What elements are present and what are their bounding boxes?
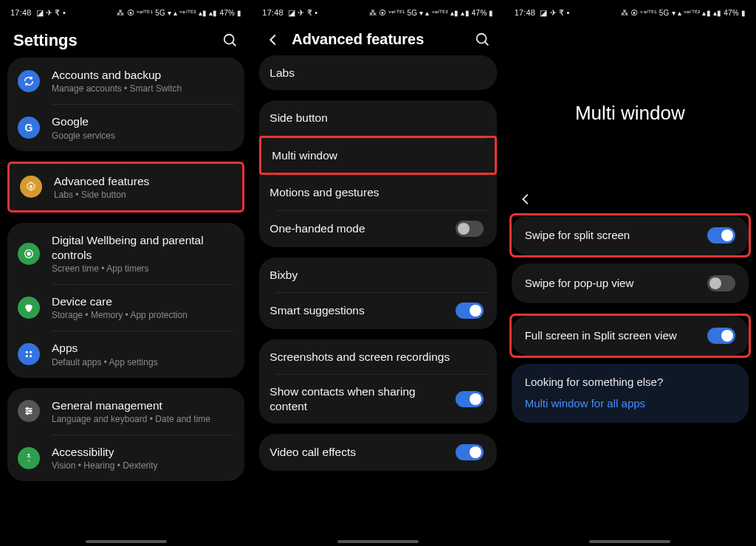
status-time: 17:48: [262, 8, 284, 17]
item-motions-gestures[interactable]: Motions and gestures: [259, 175, 496, 210]
item-accounts-backup[interactable]: Accounts and backup Manage accounts • Sm…: [7, 58, 244, 104]
page-title: Settings: [13, 31, 222, 50]
item-title: Side button: [269, 111, 483, 125]
search-icon[interactable]: [222, 32, 238, 49]
apps-grid-icon: [18, 343, 40, 365]
item-title: Multi window: [272, 148, 481, 162]
item-title: Screenshots and screen recordings: [269, 350, 483, 364]
item-title: Video call effects: [269, 445, 455, 459]
item-accessibility[interactable]: Accessibility Vision • Hearing • Dexteri…: [7, 435, 244, 481]
item-sub: Labs • Side button: [54, 190, 229, 200]
home-indicator[interactable]: [337, 540, 419, 543]
gear-icon: [20, 176, 42, 198]
highlight-full-screen-split: Full screen in Split screen view: [509, 314, 751, 358]
item-multi-window[interactable]: Multi window: [259, 136, 496, 175]
item-title: One-handed mode: [269, 221, 455, 235]
status-left-icons: ◪ ✈ ₹ •: [288, 8, 317, 18]
status-left-icons: ◪ ✈ ₹ •: [36, 8, 66, 18]
item-bixby[interactable]: Bixby: [259, 258, 496, 292]
info-title: Looking for something else?: [525, 376, 735, 388]
item-sub: Screen time • App timers: [52, 263, 231, 274]
item-sub: Google services: [52, 131, 231, 141]
item-one-handed-mode[interactable]: One-handed mode: [259, 210, 496, 247]
search-icon[interactable]: [475, 32, 491, 48]
item-video-call-effects[interactable]: Video call effects: [259, 434, 496, 471]
page-title: Advanced features: [292, 31, 474, 48]
item-sub: Storage • Memory • App protection: [52, 310, 231, 320]
svg-point-8: [30, 355, 32, 357]
item-title: Swipe for pop-up view: [525, 277, 707, 291]
item-sub: Default apps • App settings: [52, 357, 231, 367]
page-title: Multi window: [504, 21, 756, 191]
item-title: Swipe for split screen: [525, 229, 707, 243]
item-title: Labs: [269, 66, 483, 80]
link-multi-window-all-apps[interactable]: Multi window for all apps: [525, 397, 735, 410]
item-title: Device care: [52, 294, 231, 308]
status-right-cluster: ⁂ ⦿ ᵛᵒᴵᵀᴱ¹ 5G ▾ ▴ ᵛᵒᴵᵀᴱ² ▴▮ ▴▮ 47% ▮: [369, 9, 494, 17]
item-sub: Language and keyboard • Date and time: [52, 414, 231, 424]
svg-line-1: [233, 43, 236, 46]
toggle-swipe-popup[interactable]: [707, 275, 735, 291]
svg-line-17: [484, 41, 488, 45]
svg-point-4: [27, 252, 30, 255]
svg-point-6: [30, 351, 32, 353]
status-bar: 17:48 ◪ ✈ ₹ • ⁂ ⦿ ᵛᵒᴵᵀᴱ¹ 5G ▾ ▴ ᵛᵒᴵᵀᴱ² ▴…: [0, 0, 252, 21]
wellbeing-icon: [18, 243, 40, 265]
item-device-care[interactable]: Device care Storage • Memory • App prote…: [7, 284, 244, 331]
item-title: Apps: [52, 341, 231, 355]
item-title: Google: [52, 114, 231, 128]
item-general-management[interactable]: General management Language and keyboard…: [7, 388, 244, 435]
item-swipe-popup-view[interactable]: Swipe for pop-up view: [512, 263, 749, 303]
item-title: General management: [52, 398, 231, 412]
svg-point-2: [30, 185, 32, 188]
item-title: Advanced features: [54, 174, 229, 188]
item-google[interactable]: G Google Google services: [7, 104, 244, 151]
item-smart-suggestions[interactable]: Smart suggestions: [259, 292, 496, 329]
home-indicator[interactable]: [589, 540, 670, 543]
toggle-show-contacts[interactable]: [456, 391, 484, 407]
advanced-features-screen: 17:48 ◪ ✈ ₹ • ⁂ ⦿ ᵛᵒᴵᵀᴱ¹ 5G ▾ ▴ ᵛᵒᴵᵀᴱ² ▴…: [252, 0, 504, 546]
toggle-video-call[interactable]: [456, 444, 484, 460]
item-screenshots-recordings[interactable]: Screenshots and screen recordings: [259, 339, 496, 374]
item-full-screen-split-view[interactable]: Full screen in Split screen view: [512, 316, 749, 356]
item-show-contacts-sharing[interactable]: Show contacts when sharing content: [259, 374, 496, 424]
item-title: Digital Wellbeing and parental controls: [52, 233, 231, 262]
item-sub: Manage accounts • Smart Switch: [52, 83, 231, 94]
back-icon[interactable]: [265, 32, 281, 48]
svg-point-15: [28, 454, 30, 456]
svg-point-16: [476, 33, 486, 43]
item-title: Accessibility: [52, 445, 231, 459]
toggle-smart-suggestions[interactable]: [456, 303, 484, 319]
item-title: Full screen in Split screen view: [525, 329, 707, 343]
toggle-one-handed[interactable]: [456, 221, 484, 237]
status-right-cluster: ⁂ ⦿ ᵛᵒᴵᵀᴱ¹ 5G ▾ ▴ ᵛᵒᴵᵀᴱ² ▴▮ ▴▮ 47% ▮: [621, 9, 746, 17]
settings-screen: 17:48 ◪ ✈ ₹ • ⁂ ⦿ ᵛᵒᴵᵀᴱ¹ 5G ▾ ▴ ᵛᵒᴵᵀᴱ² ▴…: [0, 0, 252, 546]
status-right-cluster: ⁂ ⦿ ᵛᵒᴵᵀᴱ¹ 5G ▾ ▴ ᵛᵒᴵᵀᴱ² ▴▮ ▴▮ 47% ▮: [117, 9, 241, 17]
toggle-swipe-split[interactable]: [707, 227, 735, 243]
status-left-icons: ◪ ✈ ₹ •: [540, 8, 569, 18]
item-digital-wellbeing[interactable]: Digital Wellbeing and parental controls …: [7, 223, 244, 284]
item-side-button[interactable]: Side button: [259, 100, 496, 135]
status-bar: 17:48 ◪ ✈ ₹ • ⁂ ⦿ ᵛᵒᴵᵀᴱ¹ 5G ▾ ▴ ᵛᵒᴵᵀᴱ² ▴…: [504, 0, 756, 21]
item-title: Motions and gestures: [269, 185, 483, 199]
accessibility-icon: [18, 447, 40, 469]
google-icon: G: [18, 117, 40, 139]
svg-point-7: [26, 355, 28, 357]
home-indicator[interactable]: [86, 540, 167, 543]
item-labs[interactable]: Labs: [259, 55, 496, 90]
item-apps[interactable]: Apps Default apps • App settings: [7, 331, 244, 377]
toggle-full-screen-split[interactable]: [707, 328, 735, 344]
item-title: Smart suggestions: [269, 303, 455, 317]
svg-point-13: [30, 410, 32, 412]
multi-window-screen: 17:48 ◪ ✈ ₹ • ⁂ ⦿ ᵛᵒᴵᵀᴱ¹ 5G ▾ ▴ ᵛᵒᴵᵀᴱ² ▴…: [504, 0, 756, 546]
svg-point-12: [27, 408, 29, 410]
status-time: 17:48: [515, 8, 536, 17]
back-icon[interactable]: [518, 191, 534, 207]
item-title: Show contacts when sharing content: [269, 384, 455, 413]
highlight-swipe-split: Swipe for split screen: [509, 213, 751, 258]
item-sub: Vision • Hearing • Dexterity: [52, 460, 231, 471]
svg-point-14: [27, 412, 29, 415]
status-time: 17:48: [10, 8, 32, 17]
item-swipe-split-screen[interactable]: Swipe for split screen: [512, 215, 749, 255]
item-advanced-features[interactable]: Advanced features Labs • Side button: [10, 164, 242, 210]
